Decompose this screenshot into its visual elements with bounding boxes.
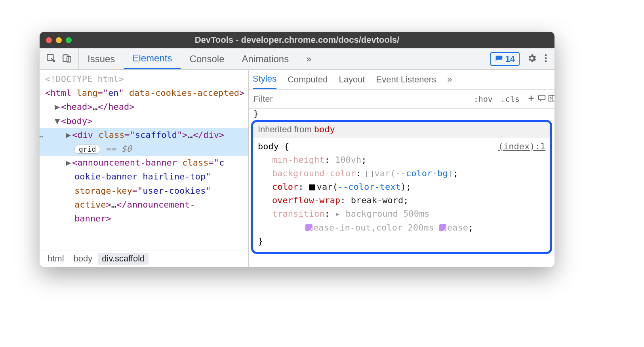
- subtab-computed[interactable]: Computed: [288, 70, 328, 89]
- crumb-scaffold[interactable]: div.scaffold: [98, 253, 149, 265]
- dom-html[interactable]: <html lang="en" data-cookies-accepted>: [45, 86, 248, 100]
- swatch-icon[interactable]: [366, 171, 373, 177]
- dollar-zero: $0: [121, 144, 132, 154]
- decl-transition[interactable]: transition: ▸ background 500ms: [258, 207, 545, 221]
- cls-button[interactable]: .cls: [497, 94, 524, 104]
- breadcrumb: html body div.scaffold: [40, 250, 248, 267]
- window-title: DevTools - developer.chrome.com/docs/dev…: [40, 35, 554, 45]
- tab-animations[interactable]: Animations: [233, 48, 297, 69]
- decl-background-color[interactable]: background-color: var(--color-bg);: [258, 167, 545, 180]
- rule-selector[interactable]: body {: [258, 140, 289, 153]
- tab-elements[interactable]: Elements: [124, 48, 181, 69]
- decl-color[interactable]: color: var(--color-text);: [258, 180, 545, 194]
- devtools-window: DevTools - developer.chrome.com/docs/dev…: [40, 32, 554, 267]
- hov-button[interactable]: :hov: [470, 94, 497, 104]
- format-icon[interactable]: [534, 94, 544, 104]
- panel-icon[interactable]: [544, 94, 554, 104]
- svg-rect-7: [549, 95, 554, 101]
- device-icon[interactable]: [62, 53, 72, 65]
- more-icon[interactable]: [544, 53, 547, 65]
- decl-min-height[interactable]: min-height: 100vh;: [258, 153, 545, 167]
- tab-issues[interactable]: Issues: [79, 48, 124, 69]
- dom-tree[interactable]: <!DOCTYPE html> <html lang="en" data-coo…: [40, 70, 248, 250]
- dom-body[interactable]: ▼<body>: [45, 114, 248, 128]
- easing-icon[interactable]: [305, 224, 312, 231]
- subtab-listeners[interactable]: Event Listeners: [376, 70, 436, 89]
- dom-selected-row[interactable]: ▶<div class="scaffold">…</div> grid == $…: [40, 128, 248, 156]
- dom-head[interactable]: ▶<head>…</head>: [45, 100, 248, 114]
- svg-point-3: [545, 54, 547, 56]
- filter-input[interactable]: [249, 94, 470, 104]
- subtab-styles[interactable]: Styles: [253, 70, 276, 89]
- rule-source[interactable]: (index):1: [498, 140, 545, 153]
- inherited-header: Inherited from body: [253, 122, 550, 137]
- highlighted-rule: Inherited from body body {(index):1 min-…: [251, 120, 552, 254]
- inspect-icon[interactable]: [46, 53, 56, 65]
- svg-point-5: [545, 60, 547, 62]
- styles-panel: Styles Computed Layout Event Listeners »…: [249, 70, 554, 267]
- plus-icon[interactable]: [524, 94, 534, 104]
- titlebar: DevTools - developer.chrome.com/docs/dev…: [40, 32, 554, 48]
- subtabs-overflow[interactable]: »: [447, 70, 452, 89]
- badge-count: 14: [505, 54, 515, 64]
- decl-overflow-wrap[interactable]: overflow-wrap: break-word;: [258, 194, 545, 207]
- grid-chip[interactable]: grid: [74, 145, 100, 154]
- svg-rect-1: [63, 55, 68, 61]
- gear-icon[interactable]: [527, 53, 537, 65]
- swatch-icon[interactable]: [309, 184, 315, 191]
- rule-close: }: [258, 235, 545, 248]
- prev-rule-end: }: [249, 109, 554, 118]
- crumb-body[interactable]: body: [70, 253, 97, 265]
- issues-badge[interactable]: 14: [490, 52, 520, 66]
- tabs-overflow[interactable]: »: [297, 48, 320, 69]
- dom-panel: <!DOCTYPE html> <html lang="en" data-coo…: [40, 70, 249, 267]
- dom-doctype[interactable]: <!DOCTYPE html>: [45, 72, 248, 86]
- easing-icon[interactable]: [439, 224, 446, 231]
- dom-banner[interactable]: ▶<announcement-banner class="c: [45, 156, 248, 170]
- svg-point-4: [545, 57, 547, 59]
- crumb-html[interactable]: html: [44, 253, 68, 265]
- tab-console[interactable]: Console: [181, 48, 233, 69]
- subtab-layout[interactable]: Layout: [339, 70, 365, 89]
- main-toolbar: Issues Elements Console Animations » 14: [40, 48, 554, 70]
